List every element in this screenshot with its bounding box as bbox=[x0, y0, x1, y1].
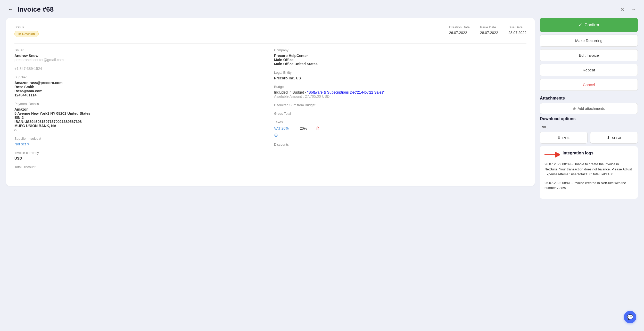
header-right: ✕ → bbox=[618, 5, 638, 13]
invoice-currency-value: USD bbox=[14, 156, 267, 160]
lang-badge[interactable]: en bbox=[540, 124, 548, 129]
payment-details-block: Payment Details Amazon 5 Avenue New York… bbox=[14, 102, 267, 132]
budget-label: Budget bbox=[274, 85, 526, 89]
deducted-sum-block: Deducted Sum from Budget bbox=[274, 103, 526, 107]
make-recurring-button[interactable]: Make Recurring bbox=[540, 35, 638, 47]
supplier-invoice-label: Supplier Invoice # bbox=[14, 137, 267, 140]
supplier-block: Supplier Amazon russ@precoro.com Rose Sm… bbox=[14, 75, 267, 97]
forward-button[interactable]: → bbox=[630, 5, 638, 13]
forward-icon: → bbox=[631, 6, 636, 12]
pdf-label: PDF bbox=[562, 136, 570, 140]
invoice-top-row: Status In Revision Creation Date 26.07.2… bbox=[14, 25, 526, 37]
tax-name[interactable]: VAT 20% bbox=[274, 126, 295, 130]
issuer-phone-block: +1 347-389-1524 bbox=[14, 67, 267, 71]
attachments-title: Attachments bbox=[540, 96, 638, 101]
confirm-check-icon: ✓ bbox=[579, 22, 582, 28]
supplier-invoice-value[interactable]: Not set ✎ bbox=[14, 142, 267, 146]
due-date-value: 28.07.2022 bbox=[508, 31, 526, 35]
payment-name: Amazon bbox=[14, 107, 267, 111]
deducted-sum-label: Deducted Sum from Budget bbox=[274, 103, 526, 107]
legal-entity-block: Legal Entity Precoro Inc. US bbox=[274, 71, 526, 80]
tax-row: VAT 20% 20% 🗑 bbox=[274, 126, 526, 131]
company-block: Company Precoro HelpCenter Main Office M… bbox=[274, 48, 526, 66]
download-section: Download options en ⬇ PDF ⬇ XLSX bbox=[540, 117, 638, 144]
plus-circle-icon: ⊕ bbox=[573, 106, 576, 111]
repeat-button[interactable]: Repeat bbox=[540, 64, 638, 76]
total-discount-label: Total Discount bbox=[14, 165, 267, 169]
issuer-block: Issuer Andrew Snow precorohelpcenter@gma… bbox=[14, 48, 267, 62]
page-header: ← Invoice #68 ✕ → bbox=[6, 5, 638, 13]
tax-pct: 20% bbox=[300, 126, 310, 130]
issuer-phone: +1 347-389-1524 bbox=[14, 67, 267, 71]
supplier-name: Amazon russ@precoro.com bbox=[14, 81, 267, 85]
edit-invoice-button[interactable]: Edit Invoice bbox=[540, 49, 638, 61]
legal-entity-label: Legal Entity bbox=[274, 71, 526, 75]
discounts-label: Discounts bbox=[274, 143, 526, 146]
download-pdf-icon: ⬇ bbox=[557, 135, 561, 140]
company-office: Main Office bbox=[274, 58, 526, 62]
due-date-label: Due Date bbox=[508, 25, 526, 29]
delete-tax-icon[interactable]: 🗑 bbox=[315, 126, 319, 131]
log-entry-2: 26.07.2022 08:41 - Invoice created in Ne… bbox=[544, 180, 633, 191]
invoice-currency-label: Invoice currency bbox=[14, 151, 267, 155]
company-location: Main Office United States bbox=[274, 62, 526, 66]
divider-1 bbox=[14, 43, 526, 44]
red-arrow-icon bbox=[544, 151, 560, 158]
xlsx-label: XLSX bbox=[612, 136, 621, 140]
xlsx-download-button[interactable]: ⬇ XLSX bbox=[590, 132, 638, 144]
chat-button[interactable]: 💬 bbox=[624, 311, 636, 323]
budget-block: Budget Included in Budget - "Software & … bbox=[274, 85, 526, 98]
download-row: ⬇ PDF ⬇ XLSX bbox=[540, 132, 638, 144]
supplier-email: Rose@ama.com bbox=[14, 89, 267, 93]
creation-date-section: Creation Date 26.07.2022 bbox=[449, 25, 470, 35]
main-layout: Status In Revision Creation Date 26.07.2… bbox=[6, 18, 638, 199]
creation-date-label: Creation Date bbox=[449, 25, 470, 29]
legal-entity-value: Precoro Inc. US bbox=[274, 76, 526, 80]
invoice-card: Status In Revision Creation Date 26.07.2… bbox=[6, 18, 535, 186]
supplier-contact: Rose Smith bbox=[14, 85, 267, 89]
payment-ein: EIN:2 bbox=[14, 115, 267, 120]
gross-total-label: Gross Total bbox=[274, 112, 526, 115]
invoice-middle: Issuer Andrew Snow precorohelpcenter@gma… bbox=[14, 48, 526, 173]
integration-logs-section: Integration logs 26.07.2022 08:39 - Unab… bbox=[540, 146, 638, 199]
gross-total-block: Gross Total bbox=[274, 112, 526, 115]
issue-date-label: Issue Date bbox=[480, 25, 498, 29]
header-left: ← Invoice #68 bbox=[6, 5, 54, 13]
issuer-label: Issuer bbox=[14, 48, 267, 52]
budget-available: Available Amount : 27,765.00 USD bbox=[274, 94, 526, 98]
download-title: Download options bbox=[540, 117, 638, 121]
issue-date-section: Issue Date 28.07.2022 bbox=[480, 25, 498, 35]
creation-date-value: 26.07.2022 bbox=[449, 31, 470, 35]
right-panel: ✓ Confirm Make Recurring Edit Invoice Re… bbox=[540, 18, 638, 199]
invoice-currency-block: Invoice currency USD bbox=[14, 151, 267, 160]
edit-icon: ✎ bbox=[27, 142, 30, 146]
back-button[interactable]: ← bbox=[6, 5, 15, 13]
add-attachments-label: Add attachments bbox=[577, 106, 605, 111]
confirm-button[interactable]: ✓ Confirm bbox=[540, 18, 638, 32]
company-name: Precoro HelpCenter bbox=[274, 54, 526, 58]
discounts-block: Discounts bbox=[274, 143, 526, 146]
integration-logs-title: Integration logs bbox=[563, 151, 593, 155]
log-entry-1: 26.07.2022 08:39 - Unable to create the … bbox=[544, 162, 633, 177]
company-label: Company bbox=[274, 48, 526, 52]
payment-address: 5 Avenue New York1 NY 08201 United State… bbox=[14, 111, 267, 115]
right-col: Company Precoro HelpCenter Main Office M… bbox=[274, 48, 526, 173]
add-attachments-button[interactable]: ⊕ Add attachments bbox=[540, 103, 638, 114]
status-section: Status In Revision bbox=[14, 25, 439, 37]
cancel-button[interactable]: Cancel bbox=[540, 79, 638, 91]
download-xlsx-icon: ⬇ bbox=[607, 135, 610, 140]
close-button[interactable]: ✕ bbox=[618, 5, 626, 13]
issuer-email: precorohelpcenter@gmail.com bbox=[14, 58, 267, 62]
taxes-section: Taxes VAT 20% 20% 🗑 ⊕ bbox=[274, 120, 526, 138]
status-label: Status bbox=[14, 25, 439, 29]
issue-date-value: 28.07.2022 bbox=[480, 31, 498, 35]
supplier-invoice-block: Supplier Invoice # Not set ✎ bbox=[14, 137, 267, 146]
status-badge: In Revision bbox=[14, 31, 39, 37]
due-date-section: Due Date 28.07.2022 bbox=[508, 25, 526, 35]
add-tax-icon[interactable]: ⊕ bbox=[274, 132, 526, 138]
supplier-id: 12434431114 bbox=[14, 93, 267, 97]
page-title: Invoice #68 bbox=[18, 5, 54, 13]
budget-link[interactable]: "Software & Subscriptions Dec'21-Nov'22 … bbox=[307, 90, 384, 94]
chat-icon: 💬 bbox=[627, 314, 633, 320]
pdf-download-button[interactable]: ⬇ PDF bbox=[540, 132, 588, 144]
